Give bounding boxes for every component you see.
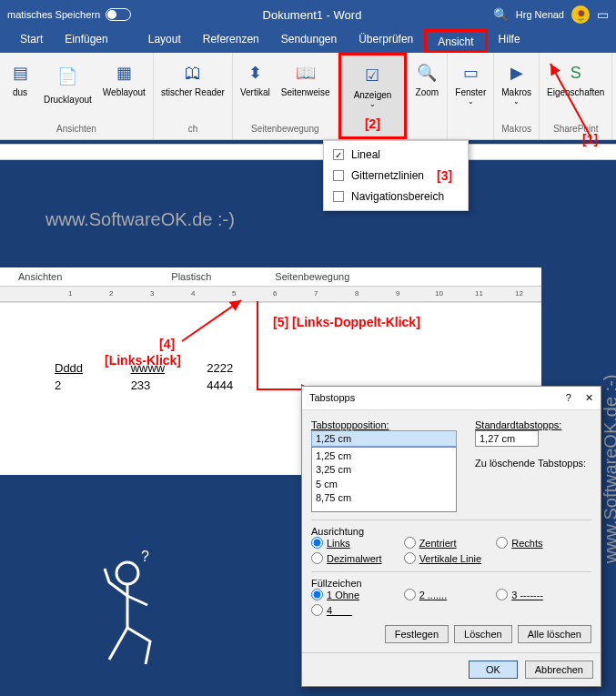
watermark-vertical: www.SoftwareOK.de :-) xyxy=(601,375,617,564)
tab-sendungen[interactable]: Sendungen xyxy=(270,29,348,53)
radio-dezimal[interactable]: Dezimalwert xyxy=(311,552,404,564)
search-icon[interactable]: 🔍 xyxy=(493,7,509,22)
arrow-1 xyxy=(537,56,610,147)
section-fill-label: Füllzeichen xyxy=(311,578,591,589)
tab-ansicht[interactable]: Ansicht xyxy=(424,29,487,53)
tabstop-position-input[interactable] xyxy=(311,430,457,447)
sec2-tab-plastisch[interactable]: Plastisch xyxy=(153,267,229,286)
tab-layout[interactable]: Layout xyxy=(137,29,192,53)
radio-vertikal[interactable]: Vertikale Linie xyxy=(404,552,497,564)
btn-alle-loeschen[interactable]: Alle löschen xyxy=(518,625,591,643)
radio-fill-3[interactable]: 3 ------- xyxy=(496,589,589,600)
ribbon-item-anzeigen[interactable]: ☑Anzeigen⌄ xyxy=(348,59,398,112)
tab-referenzen[interactable]: Referenzen xyxy=(192,29,270,53)
group-label: Seitenbewegung xyxy=(251,122,319,136)
checkbox-icon[interactable] xyxy=(333,170,344,181)
radio-rechts[interactable]: Rechts xyxy=(496,537,589,549)
tabstop-list[interactable]: 1,25 cm 3,25 cm 5 cm 8,75 cm xyxy=(311,447,457,512)
tab-einfuegen[interactable]: Einfügen xyxy=(54,29,118,53)
dialog-controls: ? ✕ xyxy=(566,392,593,404)
close-icon[interactable]: ✕ xyxy=(585,392,593,403)
list-item[interactable]: 5 cm xyxy=(316,478,452,491)
tab-ueberpruefen[interactable]: Überprüfen xyxy=(348,29,424,53)
list-item[interactable]: 3,25 cm xyxy=(316,463,452,477)
ribbon-group-zoom: 🔍Zoom xyxy=(407,53,448,139)
group-label: Ansichten xyxy=(56,122,96,136)
anzeigen-dropdown: ✓ Lineal Gitternetzlinien [3] Navigation… xyxy=(323,140,469,211)
default-tabstop-input[interactable] xyxy=(475,430,539,447)
reader-icon: 🕮 xyxy=(180,60,206,86)
autosave-toggle[interactable]: matisches Speichern xyxy=(7,8,131,21)
menu-item-lineal[interactable]: ✓ Lineal xyxy=(324,145,468,165)
menu-item-gitternetzlinien[interactable]: Gitternetzlinien [3] xyxy=(324,165,468,187)
btn-loeschen[interactable]: Löschen xyxy=(454,625,512,643)
btn-abbrechen[interactable]: Abbrechen xyxy=(525,661,593,679)
ribbon-group-makros: ▶Makros⌄ Makros xyxy=(494,53,540,139)
checkbox-icon[interactable] xyxy=(333,191,344,202)
web-layout-icon: ▦ xyxy=(111,60,136,86)
ribbon-group-seitenbewegung: ⬍Vertikal 📖Seitenweise Seitenbewegung xyxy=(233,53,338,139)
dialog-titlebar: Tabstopps ? ✕ xyxy=(302,387,601,410)
user-area: 🔍 Hrg Nenad 🌻 ▭ xyxy=(493,5,609,24)
menu-item-navigation[interactable]: Navigationsbereich xyxy=(324,187,468,207)
radio-zentriert[interactable]: Zentriert xyxy=(404,537,497,549)
stick-figure-icon: ? xyxy=(82,550,191,678)
btn-ok[interactable]: OK xyxy=(469,661,518,679)
tab-hilfe[interactable]: Hilfe xyxy=(488,29,531,53)
radio-fill-1[interactable]: 1 Ohne xyxy=(311,589,404,600)
ribbon-group-anzeigen: ☑Anzeigen⌄ [2] xyxy=(338,53,408,139)
watermark-text: www.SoftwareOK.de :-) xyxy=(45,209,235,230)
section-align-label: Ausrichtung xyxy=(311,526,591,537)
ribbon-group-ansichten: ▤dus 📄Drucklayout ▦Weblayout Ansichten xyxy=(0,53,154,139)
radio-fill-4[interactable]: 4 ___ xyxy=(311,604,404,616)
list-item[interactable]: 1,25 cm xyxy=(316,449,452,463)
section2-tabs: Ansichten Plastisch Seitenbewegung xyxy=(0,267,541,286)
autosave-label: matisches Speichern xyxy=(7,9,100,20)
label-delete: Zu löschende Tabstopps: xyxy=(475,458,591,469)
checkbox-icon[interactable]: ✓ xyxy=(333,149,344,160)
ribbon: ▤dus 📄Drucklayout ▦Weblayout Ansichten 🕮… xyxy=(0,53,616,140)
btn-festlegen[interactable]: Festlegen xyxy=(385,625,449,643)
show-icon: ☑ xyxy=(359,63,385,88)
ribbon-item-makros[interactable]: ▶Makros⌄ xyxy=(496,56,537,109)
user-name[interactable]: Hrg Nenad xyxy=(516,9,564,20)
document-title: Dokument1 - Word xyxy=(131,8,493,22)
ribbon-item-weblayout[interactable]: ▦Weblayout xyxy=(97,56,151,101)
annotation-3: [3] xyxy=(437,168,452,183)
ribbon-item-vertikal[interactable]: ⬍Vertikal xyxy=(235,56,276,101)
sec2-tab-seitenbewegung[interactable]: Seitenbewegung xyxy=(257,267,368,286)
label-pos: Tabstoppposition: xyxy=(311,419,457,430)
ribbon-group-fenster: ▭Fenster⌄ xyxy=(448,53,494,139)
radio-fill-2[interactable]: 2 ....... xyxy=(404,589,497,600)
ruler-top[interactable] xyxy=(0,144,616,160)
window-icon: ▭ xyxy=(458,60,483,86)
ribbon-item-seitenweise[interactable]: 📖Seitenweise xyxy=(276,56,336,101)
avatar-icon[interactable]: 🌻 xyxy=(571,5,590,24)
page-icon: 📖 xyxy=(293,60,318,86)
sec2-tab-ansichten[interactable]: Ansichten xyxy=(0,267,80,286)
ribbon-item-modus[interactable]: ▤dus xyxy=(2,56,38,101)
read-mode-icon: ▤ xyxy=(7,60,33,86)
ribbon-item-fenster[interactable]: ▭Fenster⌄ xyxy=(449,56,491,109)
zoom-icon: 🔍 xyxy=(414,60,439,86)
ribbon-tabs: Start Einfügen Layout Referenzen Sendung… xyxy=(0,29,616,53)
radio-links[interactable]: Links xyxy=(311,537,404,549)
ribbon-group-plastisch: 🕮stischer Reader ch xyxy=(154,53,233,139)
macros-icon: ▶ xyxy=(504,60,530,86)
title-bar: matisches Speichern Dokument1 - Word 🔍 H… xyxy=(0,0,616,29)
tabstopps-dialog: Tabstopps ? ✕ Tabstoppposition: 1,25 cm … xyxy=(301,386,601,687)
list-item[interactable]: 8,75 cm xyxy=(316,491,452,505)
print-layout-icon: 📄 xyxy=(51,60,84,93)
vertical-icon: ⬍ xyxy=(242,60,268,86)
help-icon[interactable]: ? xyxy=(566,392,571,403)
svg-text:?: ? xyxy=(141,550,149,564)
group-label: Makros xyxy=(501,122,531,136)
ribbon-item-reader[interactable]: 🕮stischer Reader xyxy=(156,56,230,101)
window-controls-icon[interactable]: ▭ xyxy=(597,7,609,22)
ribbon-item-zoom[interactable]: 🔍Zoom xyxy=(409,56,445,101)
label-std: Standardtabstopps: xyxy=(475,419,591,430)
group-label: ch xyxy=(188,122,198,136)
tab-start[interactable]: Start xyxy=(9,29,54,53)
ribbon-item-drucklayout[interactable]: 📄Drucklayout xyxy=(38,56,97,108)
toggle-switch[interactable] xyxy=(106,8,131,21)
